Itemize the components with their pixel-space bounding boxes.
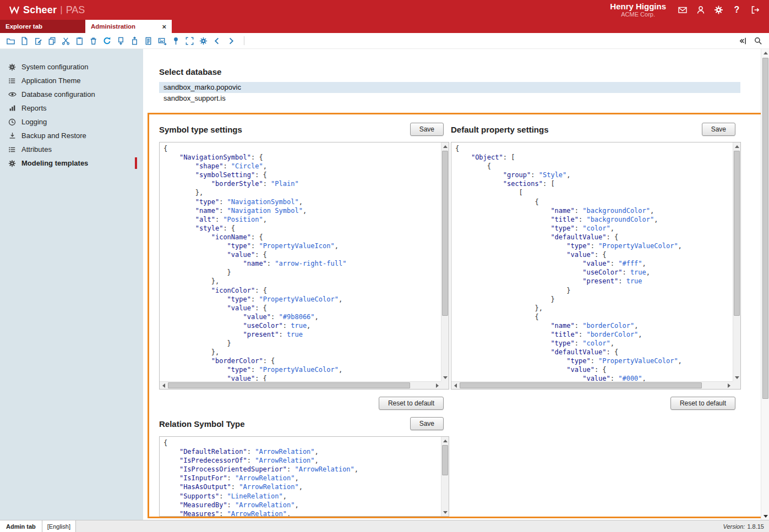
relation-symbol-editor[interactable]: { "DefaultRelation": "ArrowRelation", "I… xyxy=(159,436,449,517)
refresh-icon[interactable] xyxy=(102,36,112,46)
toolbar-settings-icon[interactable] xyxy=(198,36,209,46)
scrollbar-thumb[interactable] xyxy=(442,445,448,475)
scroll-down-button[interactable] xyxy=(733,374,741,381)
sidebar-item-label: Backup and Restore xyxy=(21,131,86,140)
symbol-type-editor[interactable]: { "NavigationSymbol": { "shape": "Circle… xyxy=(159,142,449,390)
scrollbar-thumb[interactable] xyxy=(460,382,702,388)
sidebar-item-logging[interactable]: Logging xyxy=(0,115,143,129)
import-file-icon[interactable] xyxy=(129,36,140,46)
scrollbar-thumb[interactable] xyxy=(168,382,410,388)
scroll-up-button[interactable] xyxy=(441,142,449,150)
sidebar-item-label: Attributes xyxy=(21,145,52,153)
symbol-type-settings-title: Symbol type settings xyxy=(159,125,242,134)
database-list: sandbox_marko.popovic sandbox_support.is xyxy=(159,82,740,104)
scroll-right-button[interactable] xyxy=(433,382,441,390)
tab-explorer[interactable]: Explorer tab xyxy=(0,20,85,33)
close-icon[interactable]: × xyxy=(157,23,166,31)
user-organization: ACME Corp. xyxy=(610,11,666,18)
scroll-left-button[interactable] xyxy=(451,382,459,390)
sidebar-item-reports[interactable]: Reports xyxy=(0,101,143,115)
sidebar-item-system-configuration[interactable]: System configuration xyxy=(0,60,143,74)
scrollbar-thumb[interactable] xyxy=(734,151,740,316)
vertical-scrollbar[interactable] xyxy=(441,142,449,381)
sidebar-item-application-theme[interactable]: Application Theme xyxy=(0,74,143,87)
scrollbar-thumb[interactable] xyxy=(762,58,768,399)
collapse-panel-icon[interactable] xyxy=(737,36,748,46)
scrollbar-corner xyxy=(441,381,449,389)
status-admin-tab[interactable]: Admin tab xyxy=(0,520,42,532)
database-row-sandbox-support-is[interactable]: sandbox_support.is xyxy=(159,93,740,104)
header-right: Henry Higgins ACME Corp. ? xyxy=(610,2,769,18)
toolbar-icons xyxy=(6,36,244,46)
tab-explorer-label: Explorer tab xyxy=(6,23,42,30)
navigate-forward-icon[interactable] xyxy=(226,36,236,46)
open-icon[interactable] xyxy=(6,36,16,46)
gear-icon xyxy=(8,159,17,168)
default-property-reset-button[interactable]: Reset to default xyxy=(670,397,735,410)
relation-symbol-save-button[interactable]: Save xyxy=(410,417,444,430)
default-property-code[interactable]: { "Object": [ { "group": "Style", "secti… xyxy=(451,142,733,381)
database-row-sandbox-marko-popovic[interactable]: sandbox_marko.popovic xyxy=(159,82,740,93)
sidebar-item-database-configuration[interactable]: Database configuration xyxy=(0,87,143,101)
select-database-title: Select database xyxy=(159,67,221,76)
scroll-right-button[interactable] xyxy=(725,382,733,390)
scrollbar-corner xyxy=(733,381,740,389)
sidebar-item-label: Reports xyxy=(21,104,47,112)
symbol-type-code[interactable]: { "NavigationSymbol": { "shape": "Circle… xyxy=(160,142,441,381)
vertical-scrollbar[interactable] xyxy=(441,437,449,516)
sidebar-item-modeling-templates[interactable]: Modeling templates xyxy=(0,156,143,170)
cut-icon[interactable] xyxy=(61,36,71,46)
report-file-icon[interactable] xyxy=(143,36,154,46)
list-icon xyxy=(8,145,17,154)
sidebar-item-attributes[interactable]: Attributes xyxy=(0,142,143,156)
sidebar-item-label: Modeling templates xyxy=(21,159,88,167)
sidebar-item-label: Logging xyxy=(21,118,47,126)
scroll-up-button[interactable] xyxy=(441,437,449,445)
default-property-save-button[interactable]: Save xyxy=(702,123,735,136)
scroll-down-button[interactable] xyxy=(441,508,449,516)
user-icon[interactable] xyxy=(695,5,706,15)
relation-symbol-code[interactable]: { "DefaultRelation": "ArrowRelation", "I… xyxy=(160,437,441,516)
scroll-down-button[interactable] xyxy=(441,374,449,381)
vertical-scrollbar[interactable] xyxy=(733,142,740,381)
version-value: 1.8.15 xyxy=(747,523,764,530)
tab-administration[interactable]: Administration × xyxy=(85,20,172,33)
scroll-left-button[interactable] xyxy=(160,382,167,390)
symbol-type-save-button[interactable]: Save xyxy=(410,123,444,136)
horizontal-scrollbar[interactable] xyxy=(451,381,733,389)
help-icon[interactable]: ? xyxy=(732,5,742,15)
status-language-selector[interactable]: [English] xyxy=(42,520,76,532)
default-property-editor[interactable]: { "Object": [ { "group": "Style", "secti… xyxy=(451,142,741,390)
logout-icon[interactable] xyxy=(750,5,760,15)
scroll-up-button[interactable] xyxy=(761,49,769,57)
navigate-back-icon[interactable] xyxy=(212,36,222,46)
default-property-column: Default property settings Save { "Object… xyxy=(451,121,741,517)
settings-icon[interactable] xyxy=(713,5,724,15)
scroll-up-button[interactable] xyxy=(733,142,741,150)
list-icon xyxy=(8,76,17,85)
app-header: Scheer | PAS Henry Higgins ACME Corp. ? xyxy=(0,0,769,20)
status-bar: Admin tab [English] Version: 1.8.15 xyxy=(0,520,769,532)
scroll-down-button[interactable] xyxy=(761,512,769,520)
brand-scheer: Scheer xyxy=(23,4,57,16)
fit-view-icon[interactable] xyxy=(184,36,195,46)
delete-icon[interactable] xyxy=(88,36,99,46)
brand-divider: | xyxy=(60,4,62,15)
horizontal-scrollbar[interactable] xyxy=(160,381,441,389)
search-icon[interactable] xyxy=(753,36,763,46)
export-file-icon[interactable] xyxy=(116,36,126,46)
new-document-icon[interactable] xyxy=(19,36,30,46)
sidebar-item-label: System configuration xyxy=(21,63,88,71)
user-info[interactable]: Henry Higgins ACME Corp. xyxy=(610,2,666,18)
pin-icon[interactable] xyxy=(171,36,181,46)
edit-icon[interactable] xyxy=(33,36,43,46)
sidebar-item-backup-and-restore[interactable]: Backup and Restore xyxy=(0,129,143,142)
symbol-type-reset-button[interactable]: Reset to default xyxy=(379,397,444,410)
scrollbar-thumb[interactable] xyxy=(442,151,448,316)
mail-icon[interactable] xyxy=(677,5,688,15)
tab-bar: Explorer tab Administration × xyxy=(0,20,769,33)
copy-icon[interactable] xyxy=(47,36,57,46)
paste-icon[interactable] xyxy=(74,36,85,46)
main-vertical-scrollbar[interactable] xyxy=(761,49,769,520)
export-image-icon[interactable] xyxy=(157,36,167,46)
